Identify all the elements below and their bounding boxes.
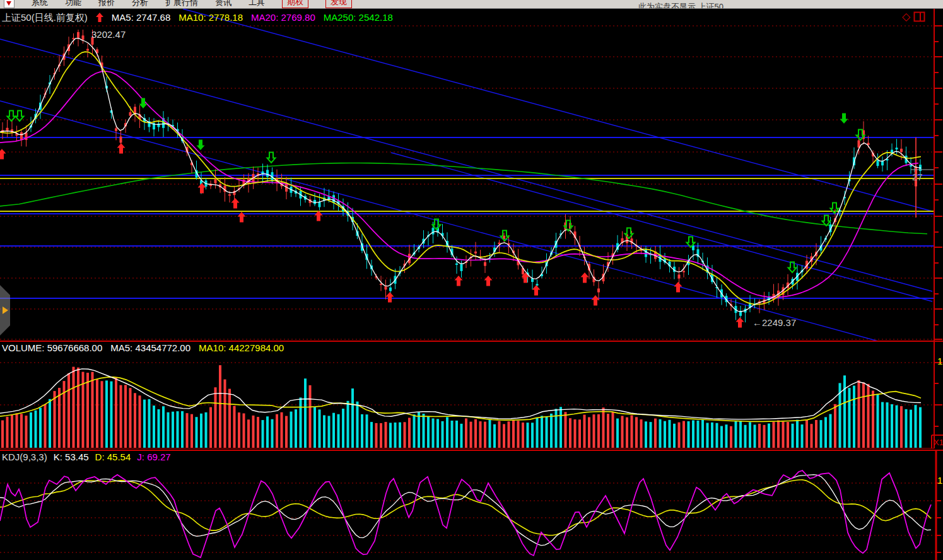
kdj-j-value: J: 69.27 [137,452,170,462]
menu-item-options-red[interactable]: 期权 [282,0,308,8]
volume-indicator-row: VOLUME: 59676668.00 MA5: 43454772.00 MA1… [2,342,284,353]
diamond-icon[interactable]: ◇ [902,11,910,22]
pane-window-controls: ◇ [902,11,925,22]
kdj-pane-layer [0,470,935,557]
menu-item-news[interactable]: 资讯 [215,0,231,8]
ma20-value: MA20: 2769.80 [251,12,315,23]
kdj-k-value: K: 53.45 [54,452,89,462]
main-indicator-row: 上证50(日线.前复权) MA5: 2747.68 MA10: 2778.18 … [2,12,393,23]
window-split-icon[interactable] [913,11,925,22]
menu-item-discover-red[interactable]: 发现 [325,0,352,8]
expand-arrow-icon [3,306,8,314]
symbol-title: 上证50(日线.前复权) [2,12,88,23]
ma250-value: MA250: 2542.18 [324,12,393,23]
volume-value: VOLUME: 59676668.00 [2,342,102,353]
volume-ma5-value: MA5: 43454772.00 [110,342,190,353]
menu-item-analysis[interactable]: 分析 [132,0,148,8]
volume-multiplier-label: X1 [934,437,943,448]
app-icon-glyph [6,1,11,6]
menu-item-system[interactable]: 系统 [32,0,48,8]
kdj-d-value: D: 45.54 [95,452,131,462]
kdj-indicator-row: KDJ(9,3,3) K: 53.45 D: 45.54 J: 69.27 [2,452,171,462]
up-arrow-icon [96,13,103,22]
menu-item-function[interactable]: 功能 [65,0,81,8]
kdj-title: KDJ(9,3,3) [2,452,47,462]
peak-price-label: 3202.47 [91,29,126,40]
menu-status-text: 此为实盘不显示 上证50 [638,0,723,9]
menu-item-extended[interactable]: 扩展行情 [165,0,198,8]
chart-canvas[interactable] [0,0,943,560]
app-icon[interactable] [4,0,15,8]
menu-item-quotes[interactable]: 报价 [98,0,115,8]
volume-ma10-value: MA10: 44227984.00 [199,342,284,353]
current-price-tag: 27 [912,172,923,182]
ma10-value: MA10: 2778.18 [179,12,243,23]
low-price-label: ←2249.37 [753,317,796,328]
menu-bar: 系统 功能 报价 分析 扩展行情 资讯 工具 期权 发现 此为实盘不显示 上证5… [0,0,943,9]
volume-axis-label: 1 [937,356,942,366]
arrow-left-icon: ← [753,317,762,328]
menu-item-tools[interactable]: 工具 [249,0,265,8]
ma5-value: MA5: 2747.68 [112,12,170,23]
volume-pane-layer [0,363,934,448]
kdj-axis-label: 1 [937,475,942,486]
axes-layer [0,9,943,560]
main-pane-layer [0,9,934,341]
